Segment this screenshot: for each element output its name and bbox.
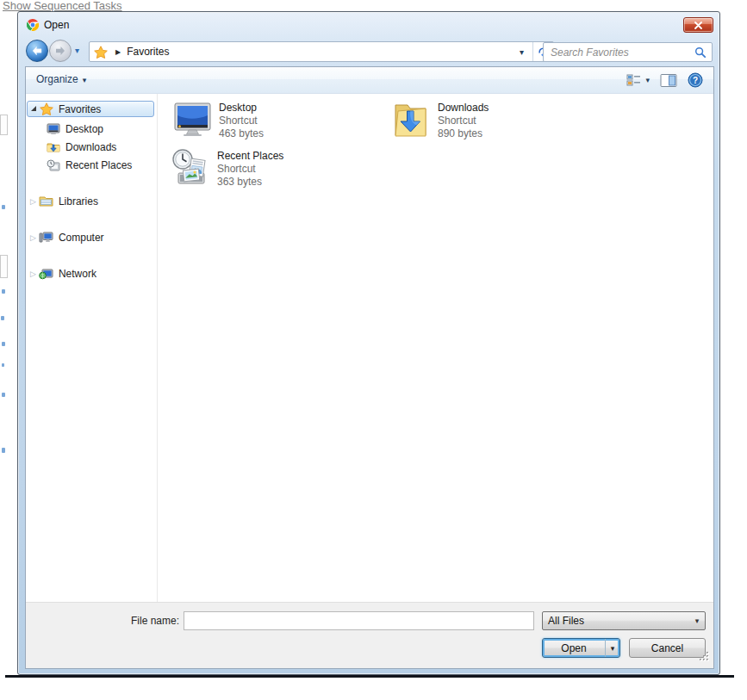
background-link-show-sequenced-tasks[interactable]: Show Sequenced Tasks — [3, 0, 122, 12]
close-icon — [694, 22, 703, 29]
command-bar: Organize▾ ▾ — [26, 67, 713, 94]
chevron-down-icon: ▾ — [83, 76, 87, 84]
back-arrow-icon — [31, 46, 43, 56]
expander-closed-icon[interactable]: ▷ — [30, 233, 36, 242]
chevron-down-icon: ▾ — [689, 616, 705, 625]
file-type-value: All Files — [543, 615, 689, 627]
file-browser-content: Favorites Desktop — [26, 94, 713, 602]
views-icon — [626, 73, 641, 87]
file-tile-downloads[interactable]: Downloads Shortcut 890 bytes — [392, 101, 599, 140]
dialog-footer: File name: All Files ▾ Open ▾ Cancel — [26, 602, 713, 668]
file-type: Shortcut — [438, 115, 489, 127]
recent-places-shortcut-icon — [171, 149, 211, 189]
preview-pane-button[interactable] — [658, 71, 679, 90]
file-name: Desktop — [219, 102, 264, 115]
resize-grip[interactable] — [699, 651, 710, 665]
background-artifact — [2, 289, 5, 294]
expander-open-icon[interactable] — [31, 106, 36, 111]
dialog-titlebar[interactable]: Open — [18, 12, 719, 38]
back-button[interactable] — [26, 40, 48, 62]
favorites-star-icon — [94, 46, 108, 59]
open-button-label: Open — [543, 642, 605, 654]
file-tile-desktop[interactable]: Desktop Shortcut 463 bytes — [173, 101, 380, 140]
sidebar-item-desktop[interactable]: Desktop — [47, 121, 103, 137]
sidebar-item-downloads[interactable]: Downloads — [47, 139, 116, 155]
sidebar-item-computer[interactable]: ▷ Computer — [30, 229, 104, 245]
forward-button[interactable] — [49, 40, 72, 62]
organize-label: Organize — [36, 73, 78, 85]
expander-closed-icon[interactable]: ▷ — [30, 197, 36, 206]
views-button[interactable]: ▾ — [625, 71, 651, 89]
file-name: Downloads — [438, 102, 489, 115]
search-input[interactable] — [549, 46, 694, 59]
address-dropdown-icon[interactable]: ▾ — [511, 47, 532, 57]
navigation-bar: ▾ ▶ Favorites ▾ — [18, 39, 719, 65]
file-type: Shortcut — [217, 163, 283, 176]
downloads-folder-icon — [47, 141, 60, 153]
dialog-title: Open — [44, 19, 69, 31]
breadcrumb-arrow-icon[interactable]: ▶ — [115, 48, 121, 56]
chevron-down-icon: ▾ — [645, 76, 650, 84]
search-icon[interactable] — [694, 46, 707, 59]
background-artifact — [2, 363, 4, 367]
file-type: Shortcut — [219, 115, 264, 127]
desktop-icon — [47, 123, 60, 135]
open-dialog: Open ▾ — [17, 11, 720, 675]
network-icon — [39, 268, 53, 280]
sidebar-item-label: Desktop — [65, 123, 103, 135]
expander-closed-icon[interactable]: ▷ — [30, 269, 36, 278]
background-artifact — [2, 448, 5, 453]
file-size: 463 bytes — [219, 127, 264, 140]
open-dropdown-icon[interactable]: ▾ — [606, 644, 619, 653]
forward-arrow-icon — [54, 46, 66, 56]
sidebar-item-label: Libraries — [59, 195, 98, 208]
recent-pages-chevron[interactable]: ▾ — [75, 46, 79, 55]
background-artifact — [2, 393, 5, 397]
open-button[interactable]: Open ▾ — [542, 638, 620, 658]
background-artifact — [2, 342, 5, 346]
file-tile-recent-places[interactable]: Recent Places Shortcut 363 bytes — [171, 149, 378, 189]
background-window-edge — [5, 675, 734, 678]
sidebar-item-label: Favorites — [59, 103, 101, 115]
file-list: Desktop Shortcut 463 bytes — [158, 94, 713, 602]
chrome-icon — [27, 19, 39, 34]
background-artifact — [2, 205, 5, 209]
computer-icon — [39, 232, 53, 244]
background-artifact — [1, 316, 4, 320]
desktop-shortcut-icon — [173, 101, 213, 140]
sidebar-item-label: Network — [59, 268, 96, 280]
organize-button[interactable]: Organize▾ — [36, 73, 86, 85]
address-bar[interactable]: ▶ Favorites ▾ — [89, 41, 554, 62]
cancel-button[interactable]: Cancel — [629, 638, 706, 658]
file-name-label: File name: — [33, 615, 179, 627]
file-name-input[interactable] — [184, 611, 534, 630]
background-artifact — [0, 255, 8, 278]
navigation-pane: Favorites Desktop — [26, 94, 157, 602]
favorites-star-icon — [40, 102, 53, 115]
search-box — [543, 42, 713, 62]
svg-text:?: ? — [693, 76, 698, 85]
sidebar-item-label: Downloads — [65, 141, 116, 153]
libraries-icon — [39, 195, 53, 208]
file-size: 363 bytes — [217, 176, 283, 189]
background-artifact — [0, 115, 8, 135]
dialog-client-area: Organize▾ ▾ — [25, 66, 714, 669]
sidebar-item-network[interactable]: ▷ Network — [30, 265, 96, 282]
recent-places-icon — [47, 159, 60, 171]
file-name: Recent Places — [217, 150, 283, 163]
file-size: 890 bytes — [438, 127, 489, 140]
breadcrumb-favorites[interactable]: Favorites — [127, 46, 169, 58]
sidebar-item-recent-places[interactable]: Recent Places — [47, 157, 132, 173]
downloads-shortcut-icon — [392, 101, 432, 140]
close-button[interactable] — [683, 17, 713, 33]
sidebar-item-label: Computer — [59, 232, 104, 244]
sidebar-item-favorites[interactable]: Favorites — [27, 101, 154, 117]
sidebar-item-libraries[interactable]: ▷ Libraries — [30, 193, 98, 209]
sidebar-item-label: Recent Places — [65, 159, 132, 171]
file-type-select[interactable]: All Files ▾ — [542, 611, 706, 630]
help-icon[interactable]: ? — [686, 71, 705, 90]
